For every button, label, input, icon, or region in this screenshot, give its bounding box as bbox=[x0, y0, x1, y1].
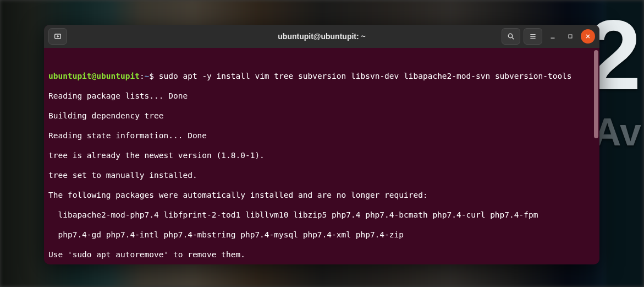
prompt-dollar: $ bbox=[149, 72, 154, 80]
titlebar-right-controls bbox=[502, 28, 595, 45]
output-line: libapache2-mod-php7.4 libfprint-2-tod1 l… bbox=[48, 210, 595, 220]
output-line: Building dependency tree bbox=[48, 111, 595, 121]
scrollbar[interactable] bbox=[594, 50, 598, 138]
output-line: tree set to manually installed. bbox=[48, 170, 595, 180]
prompt-user-host: ubuntupit@ubuntupit bbox=[48, 72, 140, 80]
prompt-colon: : bbox=[140, 72, 145, 80]
svg-rect-9 bbox=[569, 35, 572, 38]
close-button[interactable] bbox=[581, 29, 595, 44]
output-line: php7.4-gd php7.4-intl php7.4-mbstring ph… bbox=[48, 230, 595, 240]
minimize-button[interactable] bbox=[546, 29, 560, 44]
background-sign-av: Av bbox=[593, 110, 641, 154]
output-line: The following packages were automaticall… bbox=[48, 190, 595, 200]
search-button[interactable] bbox=[502, 28, 520, 45]
menu-button[interactable] bbox=[524, 28, 542, 45]
output-line: Use 'sudo apt autoremove' to remove them… bbox=[48, 250, 595, 259]
command-text: sudo apt -y install vim tree subversion … bbox=[159, 72, 572, 80]
terminal-body[interactable]: ubuntupit@ubuntupit:~$ sudo apt -y insta… bbox=[44, 48, 599, 264]
output-line: Reading package lists... Done bbox=[48, 91, 595, 101]
titlebar[interactable]: ubuntupit@ubuntupit: ~ bbox=[44, 25, 599, 48]
terminal-window: ubuntupit@ubuntupit: ~ bbox=[44, 25, 599, 264]
titlebar-left-controls bbox=[48, 28, 67, 45]
svg-point-3 bbox=[508, 34, 512, 37]
new-tab-button[interactable] bbox=[48, 28, 67, 45]
maximize-button[interactable] bbox=[563, 29, 577, 44]
output-line: Reading state information... Done bbox=[48, 131, 595, 140]
output-line: tree is already the newest version (1.8.… bbox=[48, 150, 595, 160]
svg-line-4 bbox=[512, 37, 514, 39]
